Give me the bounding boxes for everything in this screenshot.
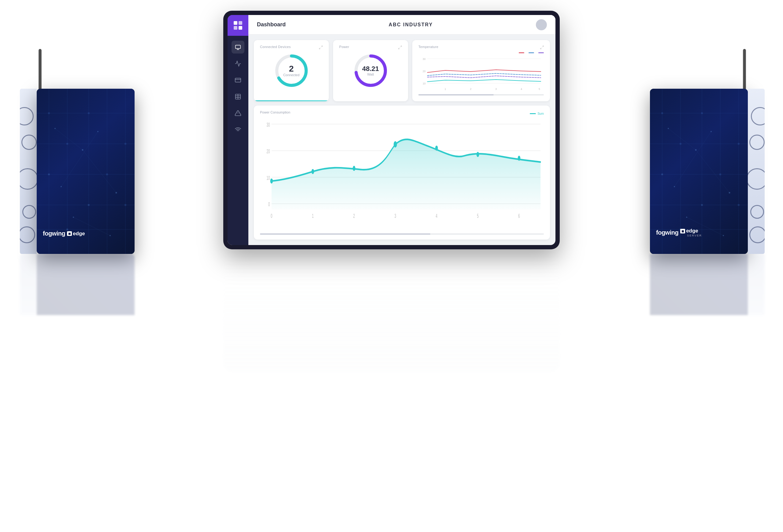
expand-icon[interactable] [318,44,324,51]
circle-1 [20,107,34,125]
power-unit: Watt [362,72,379,76]
svg-line-23 [540,48,542,49]
svg-point-54 [435,146,438,151]
device-left-reflection [20,254,134,315]
brand-label-right: fogwing ◼ edge SERVER [656,228,702,237]
r-circle-1 [751,107,765,125]
server-text: SERVER [687,234,702,237]
device-body-left: fogwing ◼ edge [37,89,134,254]
power-legend-line [530,113,536,114]
temp-scrollbar[interactable] [418,94,544,95]
circle-4 [22,205,36,219]
svg-point-101 [738,143,740,145]
svg-text:0: 0 [268,201,270,208]
svg-line-22 [542,46,543,47]
device-left-wrapper: fogwing ◼ edge [20,89,134,297]
power-card: Power [333,40,408,101]
device-body-right: fogwing ◼ edge SERVER [650,89,748,254]
legend-dot-1 [519,52,524,53]
legend-dot-3 [538,52,544,53]
header-title: Dashboard [257,22,286,28]
svg-text:3: 3 [495,88,497,91]
svg-text:20: 20 [267,148,270,154]
sidebar-item-wireless[interactable] [231,123,244,136]
svg-rect-4 [236,45,241,49]
circle-5 [20,226,35,243]
svg-line-15 [319,48,320,49]
brand-name-left: fogwing [43,230,65,237]
svg-line-84 [83,150,116,193]
device-right-wrapper: fogwing ◼ edge SERVER [650,89,765,297]
brand-box-left: ◼ [67,231,72,236]
device-right-body: fogwing ◼ edge SERVER [650,89,765,254]
svg-text:30: 30 [423,58,426,61]
power-expand-icon[interactable] [397,44,403,51]
svg-text:6: 6 [518,213,520,219]
temp-scrollbar-thumb [418,94,494,95]
brand-product-right: ◼ edge SERVER [680,228,702,237]
device-left: fogwing ◼ edge [20,89,134,297]
svg-line-115 [675,131,711,187]
svg-point-102 [661,174,663,175]
svg-line-114 [696,150,729,193]
legend-item-1 [519,52,524,53]
power-donut-container: 48.21 Watt [339,52,402,89]
svg-rect-5 [235,78,241,82]
scene: Dashboard ABC INDUSTRY Connected Devices [0,0,783,532]
svg-point-53 [394,141,397,148]
temperature-title: Temperature [418,45,544,49]
svg-point-103 [701,204,703,206]
legend-dot-2 [529,52,534,53]
edge-text-left: edge [73,231,85,237]
device-right-reflection [650,254,765,315]
legend-item-2 [529,52,534,53]
temp-expand-icon[interactable] [539,44,545,51]
donut-container: 2 Connected [260,52,323,89]
power-scrollbar[interactable] [260,233,544,234]
svg-point-105 [738,204,740,206]
svg-line-19 [399,48,400,49]
brand-box-right: ◼ [680,229,685,233]
svg-point-100 [719,174,721,175]
svg-point-99 [701,112,703,114]
device-face-left: fogwing ◼ edge [37,89,134,254]
svg-text:5: 5 [477,213,478,219]
brand-product-left: ◼ edge [67,231,85,237]
sidebar-logo[interactable] [227,15,248,36]
svg-text:1: 1 [312,213,314,219]
device-left-body: fogwing ◼ edge [20,89,134,254]
sidebar-item-table[interactable] [231,90,244,103]
company-name: ABC INDUSTRY [286,22,536,28]
legend-item-3 [538,52,544,53]
svg-text:3: 3 [395,213,396,219]
svg-point-55 [476,152,479,157]
device-side-stripe-right [748,89,765,254]
sidebar-item-alert[interactable] [231,107,244,120]
circuit-svg-left [37,89,134,254]
svg-text:10: 10 [267,175,270,181]
r-circle-5 [749,226,765,243]
device-face-right: fogwing ◼ edge SERVER [650,89,748,254]
connected-value: 2 [283,65,300,73]
svg-rect-3 [239,26,242,30]
svg-point-68 [66,143,68,145]
svg-point-73 [88,204,90,206]
sidebar-item-card[interactable] [231,74,244,87]
svg-point-69 [88,112,90,114]
temp-legend [418,52,544,53]
sidebar-item-analytics[interactable] [231,57,244,70]
svg-point-51 [311,169,314,174]
svg-point-70 [106,174,108,175]
svg-text:0: 0 [271,213,272,219]
connected-sub: Connected [283,73,300,77]
svg-point-72 [48,174,50,175]
power-consumption-card: Power Consumption Sum [254,105,550,240]
sidebar-item-devices[interactable] [231,41,244,54]
svg-rect-1 [239,21,242,25]
svg-text:4: 4 [436,213,437,219]
svg-rect-0 [234,21,237,25]
power-chart-body: 30 20 10 0 0 1 2 3 4 5 [260,118,544,231]
svg-point-97 [661,112,663,114]
dashboard-body: Connected Devices [248,35,556,245]
device-right: fogwing ◼ edge SERVER [650,89,765,297]
